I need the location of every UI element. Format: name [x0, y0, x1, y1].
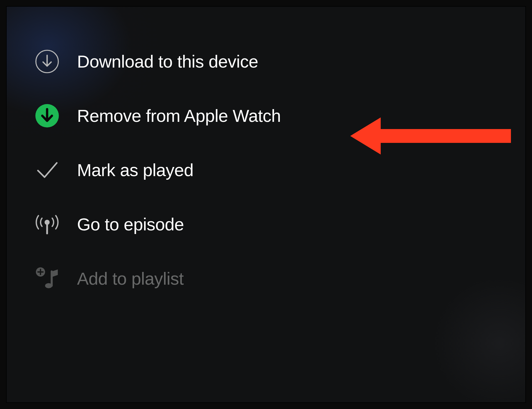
menu-item-label: Download to this device: [77, 52, 258, 71]
menu-item-label: Remove from Apple Watch: [77, 106, 281, 126]
menu-item-label: Add to playlist: [77, 269, 184, 289]
download-filled-circle-icon: [34, 103, 60, 128]
menu-item-mark-played[interactable]: Mark as played: [7, 143, 525, 197]
check-icon: [34, 157, 60, 183]
menu-item-download-device[interactable]: Download to this device: [7, 34, 525, 89]
menu-list: Download to this device Remove from Appl…: [7, 34, 525, 306]
menu-item-label: Go to episode: [77, 214, 184, 234]
download-circle-icon: [34, 49, 60, 74]
context-menu-screen: Download to this device Remove from Appl…: [6, 6, 526, 403]
podcast-icon: [34, 212, 60, 237]
menu-item-go-to-episode[interactable]: Go to episode: [7, 197, 525, 251]
menu-item-remove-apple-watch[interactable]: Remove from Apple Watch: [7, 89, 525, 143]
menu-item-add-to-playlist[interactable]: Add to playlist: [7, 251, 525, 306]
menu-item-label: Mark as played: [77, 160, 193, 180]
add-music-icon: [34, 266, 60, 291]
